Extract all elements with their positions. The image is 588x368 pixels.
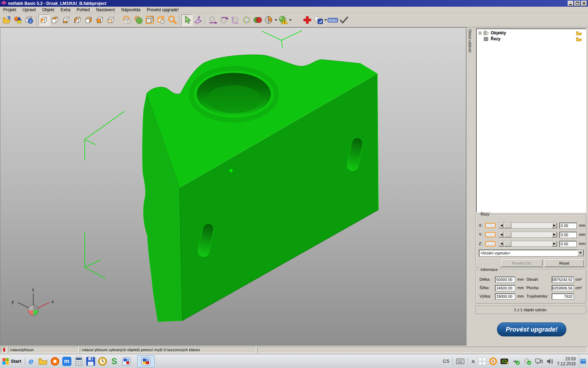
cut-z-value[interactable]: 0.00 [559, 241, 577, 247]
taskbar-netfabb-active[interactable] [137, 355, 155, 367]
upgrade-button[interactable]: Provést upgrade! [497, 322, 566, 336]
tray-clock[interactable]: 23:53 7.12.2015 [557, 356, 576, 366]
cut-x-value[interactable]: 0.00 [559, 223, 577, 229]
axis-label-x: x [51, 299, 54, 304]
menu-extra[interactable]: Extra [57, 7, 74, 13]
view-top-icon[interactable] [50, 14, 61, 26]
cut-y-value[interactable]: 0.00 [559, 232, 577, 238]
volume-tray-icon[interactable] [546, 357, 554, 365]
windows-flag-icon [2, 358, 9, 365]
objects-folder-icon[interactable] [576, 31, 582, 35]
save-floppy-icon[interactable] [85, 355, 97, 367]
toolbar-separator [205, 15, 206, 25]
cut-x-slider-thumb[interactable] [504, 223, 511, 228]
tree-item-cuts[interactable]: Řezy [478, 36, 583, 42]
start-button[interactable]: Start [0, 354, 25, 368]
cut-x-unit: mm [579, 223, 585, 227]
cut-y-slider-thumb[interactable] [504, 232, 511, 237]
tree-item-objects[interactable]: Objekty [478, 30, 583, 36]
compare-parts-icon[interactable] [252, 14, 263, 26]
network-tray-icon[interactable] [535, 357, 543, 365]
keyboard-icon[interactable] [456, 359, 464, 364]
scale-part-icon[interactable] [230, 14, 241, 26]
rotate-part-icon[interactable] [218, 14, 230, 26]
menu-napoveda[interactable]: Nápověda [118, 7, 144, 13]
maximize-button[interactable] [574, 1, 580, 6]
measure-ruler-icon[interactable] [327, 14, 338, 26]
cut-x-slider-left-arrow-icon[interactable] [499, 223, 504, 228]
nvidia-tray-icon[interactable] [500, 357, 509, 365]
project-info-icon[interactable]: i [24, 14, 35, 26]
tray-overflow-chevron-icon[interactable] [471, 359, 475, 363]
cut-z-slider-right-arrow-icon[interactable] [552, 241, 557, 246]
internet-explorer-icon[interactable]: e [25, 355, 37, 367]
viewport-3d[interactable]: z y x [0, 27, 466, 346]
open-project-icon[interactable] [1, 14, 13, 26]
calculator-icon[interactable] [73, 355, 85, 367]
view-back-icon[interactable] [106, 14, 117, 26]
usb-tray-icon[interactable] [512, 357, 520, 365]
settings-check-tray-icon[interactable] [523, 357, 532, 365]
cut-y-slider-right-arrow-icon[interactable] [552, 232, 557, 237]
move-part-icon[interactable] [207, 14, 218, 26]
cut-y-toggle[interactable] [485, 232, 496, 237]
main-toolbar: i [0, 13, 588, 27]
spybot-icon[interactable]: S [108, 355, 120, 367]
analyse-sphere-icon[interactable] [133, 14, 144, 26]
language-indicator[interactable]: CS [443, 359, 449, 364]
cut-z-toggle[interactable] [485, 241, 496, 246]
add-part-icon[interactable] [302, 14, 313, 26]
show-desktop-button[interactable] [579, 354, 587, 368]
tree-expander-icon[interactable] [478, 32, 482, 35]
clock-app-icon[interactable] [97, 355, 108, 367]
view-front-icon[interactable] [94, 14, 106, 26]
slice-pie-icon[interactable] [263, 14, 274, 26]
zoom-icon[interactable] [167, 14, 178, 26]
minimize-button[interactable] [568, 1, 574, 6]
cut-x-slider-right-arrow-icon[interactable] [552, 223, 557, 228]
boolean-spheres-icon[interactable] [122, 14, 133, 26]
close-button[interactable] [581, 1, 587, 6]
file-explorer-icon[interactable] [37, 355, 49, 367]
windows-tray-icon[interactable] [478, 357, 486, 365]
slice-dropdown-arrow-icon[interactable] [274, 14, 278, 26]
view-left-icon[interactable] [72, 14, 83, 26]
validate-check-icon[interactable] [338, 14, 350, 26]
repair-part-icon[interactable] [313, 14, 324, 26]
avast-tray-icon[interactable] [489, 357, 497, 365]
analyse-dropdown-arrow-icon[interactable] [289, 14, 292, 26]
tree-item-cuts-label: Řezy [491, 36, 500, 41]
events-panel-tab[interactable]: Oblast událostí [466, 27, 474, 346]
menu-nastaveni[interactable]: Nastavení [93, 7, 118, 13]
cuts-folder-icon[interactable] [576, 37, 582, 41]
bounding-box-icon[interactable] [144, 14, 155, 26]
view-right-icon[interactable] [83, 14, 94, 26]
cut-mode-dropdown[interactable]: <řezání vypnuto> [479, 250, 584, 257]
rotate-view-icon[interactable] [192, 14, 204, 26]
axis-gizmo: z y x [12, 287, 54, 315]
view-iso-icon[interactable] [38, 14, 50, 26]
convert-cube-icon[interactable] [155, 14, 167, 26]
reset-cut-button[interactable]: Reset [545, 259, 584, 267]
cut-z-slider-thumb[interactable] [504, 241, 511, 246]
menu-projekt[interactable]: Projekt [0, 7, 19, 13]
cut-z-slider-left-arrow-icon[interactable] [499, 241, 504, 246]
analyse-warning-icon[interactable] [278, 14, 289, 26]
select-cursor-icon[interactable] [181, 14, 192, 26]
add-parts-icon[interactable] [13, 14, 24, 26]
menu-pohled[interactable]: Pohled [74, 7, 93, 13]
cut-mode-dropdown-arrow-icon[interactable] [578, 250, 583, 255]
repair-dropdown-arrow-icon[interactable] [324, 14, 327, 26]
cut-x-toggle[interactable] [485, 223, 496, 228]
edit-mesh-icon[interactable] [241, 14, 252, 26]
media-player-icon[interactable] [49, 355, 61, 367]
menu-provest-upgrade[interactable]: Provést upgrade! [144, 7, 182, 13]
menu-objekt[interactable]: Objekt [39, 7, 57, 13]
execute-cut-button[interactable]: Provést řez [501, 259, 542, 267]
cut-y-slider-left-arrow-icon[interactable] [499, 232, 504, 237]
status-mode-text: rotace/přesun [10, 348, 34, 352]
netfabb-quicklaunch-icon[interactable] [120, 355, 132, 367]
view-bottom-icon[interactable] [61, 14, 72, 26]
maxthon-browser-icon[interactable]: m [61, 355, 73, 367]
menu-upravit[interactable]: Upravit [19, 7, 39, 13]
